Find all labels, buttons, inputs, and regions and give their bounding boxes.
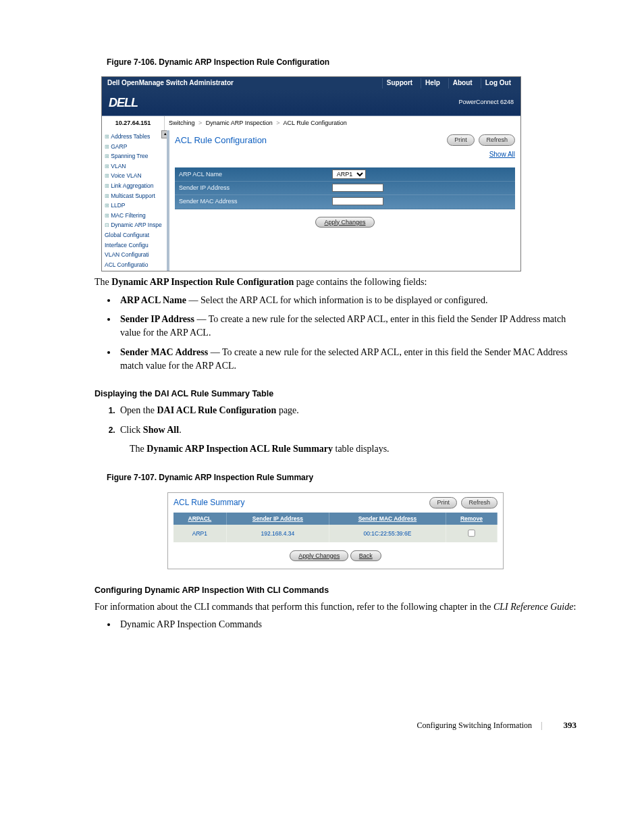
table-row: ARP1 192.168.4.34 00:1C:22:55:39:6E (173, 525, 498, 542)
remove-checkbox[interactable] (468, 530, 475, 537)
breadcrumb-b[interactable]: Dynamic ARP Inspection (206, 120, 273, 126)
breadcrumb-row: 10.27.64.151 Switching > Dynamic ARP Ins… (102, 115, 520, 130)
cli-text: For information about the CLI commands t… (95, 600, 576, 614)
summary-header: ACL Rule Summary Print Refresh (173, 497, 498, 509)
cli-text-a: For information about the CLI commands t… (95, 602, 493, 612)
breadcrumb-sep: > (276, 120, 279, 126)
footer-page: 393 (564, 720, 577, 730)
menu-help[interactable]: Help (421, 78, 444, 88)
cell-arpacl: ARP1 (173, 525, 226, 542)
field-sender-mac-label: Sender MAC Address (120, 347, 208, 357)
summary-print-button[interactable]: Print (429, 497, 457, 509)
summary-back-button[interactable]: Back (350, 550, 381, 561)
field-acl-name-desc: — Select the ARP ACL for which informati… (186, 295, 488, 305)
nav-item-voice-vlan[interactable]: Voice VLAN (103, 171, 165, 181)
summary-apply-button[interactable]: Apply Changes (290, 550, 348, 561)
nav-sub-global-config[interactable]: Global Configurat (103, 230, 165, 240)
step-2c: . (179, 425, 182, 435)
steps-list: Open the DAI ACL Rule Configuration page… (115, 404, 576, 437)
fields-bullet-list: ARP ACL Name — Select the ARP ACL for wh… (115, 294, 576, 373)
field-sender-ip-label: Sender IP Address (120, 314, 194, 324)
cli-bullet-list: Dynamic ARP Inspection Commands (115, 618, 576, 631)
cli-heading: Configuring Dynamic ARP Inspection With … (95, 584, 576, 596)
step-1: Open the DAI ACL Rule Configuration page… (117, 404, 576, 417)
field-sender-ip: Sender IP Address — To create a new rule… (117, 313, 576, 340)
footer-sep: | (541, 721, 542, 730)
step-1a: Open the (120, 405, 157, 415)
intro-text: The Dynamic ARP Inspection Rule Configur… (95, 276, 576, 289)
nav-item-link-aggregation[interactable]: Link Aggregation (103, 181, 165, 191)
app-title: Dell OpenManage Switch Administrator (107, 78, 378, 88)
cell-sender-ip: 192.168.4.34 (226, 525, 329, 542)
step-2-suba: The (130, 444, 146, 454)
apply-changes-button[interactable]: Apply Changes (315, 217, 374, 228)
content-header: ACL Rule Configuration Print Refresh (175, 134, 515, 147)
step-2: Click Show All. (117, 423, 576, 437)
nav-item-garp[interactable]: GARP (103, 142, 165, 152)
field-acl-name-label: ARP ACL Name (120, 295, 186, 305)
scroll-up-icon[interactable]: ▴ (161, 130, 169, 138)
summary-title: ACL Rule Summary (173, 497, 427, 509)
nav-sub-interface-config[interactable]: Interface Configu (103, 240, 165, 251)
acl-name-label: ARP ACL Name (175, 167, 328, 182)
nav-item-mac-filtering[interactable]: MAC Filtering (103, 211, 165, 221)
nav-item-multicast-support[interactable]: Multicast Support (103, 191, 165, 201)
figure-107-caption: Figure 7-107. Dynamic ARP Inspection Rul… (107, 472, 576, 484)
content-title: ACL Rule Configuration (175, 134, 444, 147)
breadcrumb-sep: > (198, 120, 202, 126)
nav-item-vlan[interactable]: VLAN (103, 161, 165, 172)
sender-mac-input[interactable] (332, 197, 383, 205)
col-sender-mac[interactable]: Sender MAC Address (329, 513, 446, 525)
form-table: ARP ACL Name ARP1 Sender IP Address Send… (175, 167, 515, 209)
showall-row: Show All (175, 150, 515, 160)
apply-row: Apply Changes (175, 217, 515, 228)
nav-sub-acl-config[interactable]: ACL Configuratio (103, 260, 165, 270)
device-model: PowerConnect 6248 (138, 98, 514, 107)
figure-106-window: Dell OpenManage Switch Administrator Sup… (101, 76, 521, 271)
step-2-subb: Dynamic ARP Inspection ACL Rule Summary (146, 444, 333, 454)
nav-sub-vlan-config[interactable]: VLAN Configurati (103, 250, 165, 260)
main-row: ▴ Address Tables GARP Spanning Tree VLAN… (102, 130, 520, 271)
col-arpacl[interactable]: ARPACL (173, 513, 226, 525)
sender-ip-label: Sender IP Address (175, 182, 328, 195)
breadcrumb-a[interactable]: Switching (169, 120, 195, 126)
step-1c: page. (276, 405, 298, 415)
col-remove[interactable]: Remove (446, 513, 497, 525)
cli-bullet: Dynamic ARP Inspection Commands (117, 618, 576, 631)
field-sender-mac: Sender MAC Address — To create a new rul… (117, 346, 576, 373)
step-2b: Show All (143, 425, 179, 435)
show-all-link[interactable]: Show All (489, 151, 515, 158)
cli-text-b: CLI Reference Guide (493, 602, 573, 612)
nav-item-lldp[interactable]: LLDP (103, 201, 165, 211)
logo-row: DELL PowerConnect 6248 (102, 90, 520, 115)
summary-refresh-button[interactable]: Refresh (461, 497, 498, 509)
nav-item-address-tables[interactable]: Address Tables (103, 132, 165, 142)
summary-table: ARPACL Sender IP Address Sender MAC Addr… (173, 513, 498, 542)
menu-logout[interactable]: Log Out (481, 78, 515, 88)
print-button[interactable]: Print (447, 134, 475, 146)
cell-remove (446, 525, 497, 542)
menu-about[interactable]: About (448, 78, 477, 88)
summary-apply-row: Apply Changes Back (173, 552, 498, 561)
figure-107-window: ACL Rule Summary Print Refresh ARPACL Se… (167, 492, 504, 569)
acl-name-select[interactable]: ARP1 (332, 170, 366, 179)
app-title-bar: Dell OpenManage Switch Administrator Sup… (102, 77, 520, 90)
cell-sender-mac: 00:1C:22:55:39:6E (329, 525, 446, 542)
cli-text-c: : (573, 602, 576, 612)
nav-item-dynamic-arp[interactable]: Dynamic ARP Inspe (103, 220, 165, 230)
step-2-subc: table displays. (333, 444, 390, 454)
sender-mac-label: Sender MAC Address (175, 195, 328, 209)
sender-ip-input[interactable] (332, 184, 383, 192)
nav-tree[interactable]: ▴ Address Tables GARP Spanning Tree VLAN… (102, 130, 169, 271)
dell-logo: DELL (109, 94, 138, 111)
menu-support[interactable]: Support (382, 78, 417, 88)
figure-106-caption: Figure 7-106. Dynamic ARP Inspection Rul… (107, 57, 576, 68)
step-2a: Click (120, 425, 143, 435)
field-acl-name: ARP ACL Name — Select the ARP ACL for wh… (117, 294, 576, 307)
breadcrumb-c[interactable]: ACL Rule Configuration (284, 120, 347, 126)
device-ip: 10.27.64.151 (102, 116, 165, 130)
col-sender-ip[interactable]: Sender IP Address (226, 513, 329, 525)
page-footer: Configuring Switching Information | 393 (95, 719, 576, 732)
nav-item-spanning-tree[interactable]: Spanning Tree (103, 151, 165, 161)
refresh-button[interactable]: Refresh (479, 134, 515, 146)
